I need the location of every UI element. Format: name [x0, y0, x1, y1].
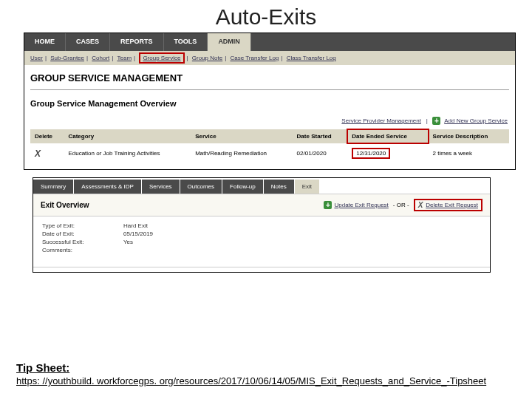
cell-service: Math/Reading Remediation	[191, 143, 292, 163]
delete-icon[interactable]: X	[35, 149, 41, 159]
col-category: Category	[64, 129, 191, 143]
gsm-action-links: Service Provider Management | + Add New …	[24, 114, 515, 129]
tab-summary[interactable]: Summary	[33, 180, 73, 194]
nav-tools[interactable]: TOOLS	[164, 33, 208, 51]
group-service-table: Delete Category Service Date Started Dat…	[30, 129, 509, 163]
value-date-of-exit: 05/15/2019	[123, 231, 153, 237]
cell-date-ended: 12/31/2020	[352, 148, 390, 159]
tab-assessments[interactable]: Assessments & IDP	[74, 180, 141, 194]
or-separator: - OR -	[393, 202, 409, 208]
nav-cases[interactable]: CASES	[66, 33, 110, 51]
link-add-new-group-service[interactable]: Add New Group Service	[444, 117, 508, 124]
sub-nav: User| Sub-Grantee| Cohort| Team| Group S…	[24, 51, 515, 65]
tab-outcomes[interactable]: Outcomes	[180, 180, 222, 194]
exit-panel: Summary Assessments & IDP Services Outco…	[33, 177, 491, 273]
subnav-group-service[interactable]: Group Service	[139, 52, 184, 64]
col-date-started: Date Started	[293, 129, 348, 143]
value-successful-exit: Yes	[123, 239, 133, 245]
nav-admin[interactable]: ADMIN	[208, 33, 251, 51]
col-description: Service Description	[429, 129, 509, 143]
tip-sheet-label: Tip Sheet:	[16, 361, 516, 374]
group-service-panel: HOME CASES REPORTS TOOLS ADMIN User| Sub…	[24, 33, 516, 170]
footer: Tip Sheet: https: //youthbuild. workforc…	[16, 361, 516, 387]
cell-category: Education or Job Training Activities	[64, 143, 191, 163]
link-delete-exit-request[interactable]: Delete Exit Request	[426, 202, 478, 208]
tab-services[interactable]: Services	[142, 180, 180, 194]
subnav-group-note[interactable]: Group Note	[192, 55, 222, 61]
delete-exit-box: X Delete Exit Request	[414, 199, 482, 211]
subnav-team[interactable]: Team	[117, 55, 132, 61]
exit-overview-title: Exit Overview	[41, 201, 324, 209]
subnav-cohort[interactable]: Cohort	[92, 55, 109, 61]
label-comments: Comments:	[42, 247, 123, 253]
case-tabs: Summary Assessments & IDP Services Outco…	[33, 178, 490, 194]
cell-date-started: 02/01/2020	[293, 143, 348, 163]
col-delete: Delete	[30, 129, 64, 143]
x-icon: X	[418, 201, 423, 209]
value-type-of-exit: Hard Exit	[123, 222, 148, 229]
plus-icon: +	[432, 117, 440, 125]
plus-icon: +	[324, 201, 332, 209]
cell-description: 2 times a week	[429, 143, 509, 163]
subnav-user[interactable]: User	[30, 55, 43, 61]
label-type-of-exit: Type of Exit:	[42, 222, 123, 229]
table-header-row: Delete Category Service Date Started Dat…	[30, 129, 509, 143]
tip-sheet-link[interactable]: https: //youthbuild. workforcegps. org/r…	[16, 375, 486, 386]
main-nav: HOME CASES REPORTS TOOLS ADMIN	[24, 33, 515, 51]
exit-details: Type of Exit:Hard Exit Date of Exit:05/1…	[33, 216, 490, 267]
col-service: Service	[191, 129, 292, 143]
col-date-ended: Date Ended Service	[347, 129, 428, 143]
subnav-case-transfer[interactable]: Case Transfer Log	[231, 55, 279, 61]
table-row: X Education or Job Training Activities M…	[30, 143, 509, 163]
subnav-class-transfer[interactable]: Class Transfer Log	[287, 55, 336, 61]
subnav-sub-grantee[interactable]: Sub-Grantee	[50, 55, 84, 61]
tab-exit[interactable]: Exit	[295, 180, 319, 194]
nav-reports[interactable]: REPORTS	[110, 33, 164, 51]
link-service-provider-mgmt[interactable]: Service Provider Management	[341, 117, 421, 124]
gsm-heading: GROUP SERVICE MANAGEMENT	[24, 65, 515, 89]
gsm-subheading: Group Service Management Overview	[24, 90, 515, 114]
tab-notes[interactable]: Notes	[264, 180, 294, 194]
tab-follow-up[interactable]: Follow-up	[222, 180, 263, 194]
exit-action-bar: Exit Overview + Update Exit Request - OR…	[33, 194, 490, 216]
slide-title: Auto-Exits	[0, 0, 532, 33]
label-date-of-exit: Date of Exit:	[42, 231, 123, 237]
label-successful-exit: Successful Exit:	[42, 239, 123, 245]
link-update-exit-request[interactable]: Update Exit Request	[334, 202, 388, 208]
nav-home[interactable]: HOME	[24, 33, 66, 51]
